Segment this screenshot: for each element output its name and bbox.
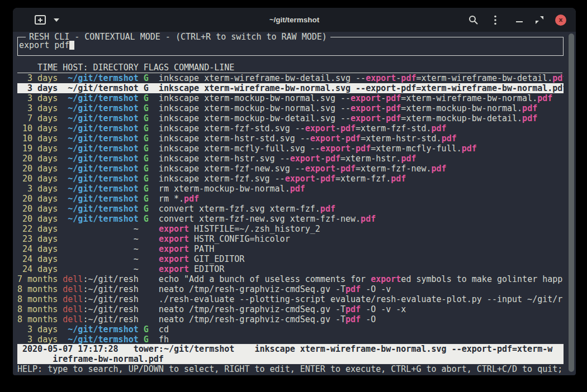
- history-row[interactable]: 19 days ~/git/termshot G inkscape xterm-…: [17, 144, 564, 154]
- search-button[interactable]: [467, 8, 479, 32]
- titlebar[interactable]: ~/git/termshot x: [13, 8, 576, 32]
- history-row[interactable]: 20 days ~/git/termshot G convert xterm-f…: [17, 204, 564, 214]
- history-row[interactable]: 3 days ~/git/termshot G inkscape xterm-m…: [17, 103, 564, 113]
- history-row[interactable]: 20 days ~/git/termshot G convert xterm-f…: [17, 214, 564, 224]
- history-row[interactable]: 3 days ~/git/termshot G rm xterm-mockup-…: [17, 184, 564, 194]
- terminal-content: RESH CLI - CONTEXTUAL MODE - (CTRL+R to …: [13, 32, 576, 375]
- menu-button[interactable]: [490, 8, 500, 32]
- history-row[interactable]: 20 days ~/git/termshot G inkscape xterm-…: [17, 174, 564, 184]
- terminal-window: ~/git/termshot x: [13, 8, 576, 375]
- close-icon: x: [555, 15, 566, 26]
- scrollbar-thumb[interactable]: [569, 34, 574, 372]
- history-row[interactable]: 3 days ~/git/termshot G cd: [17, 324, 564, 334]
- history-row[interactable]: 24 days ~ export GIT_EDITOR: [17, 254, 564, 264]
- history-row[interactable]: 3 days ~/git/termshot G fh: [17, 334, 564, 345]
- table-header-row: TIME HOST: DIRECTORY FLAGS COMMAND-LINE: [17, 63, 562, 73]
- status-line-1: 2020-05-07 17:17:28 tower:~/git/termshot…: [17, 344, 564, 354]
- history-row[interactable]: 20 days ~/git/termshot G inkscape xterm-…: [17, 164, 564, 174]
- history-row[interactable]: 3 days ~/git/termshot G inkscape xterm-w…: [17, 73, 564, 83]
- history-row[interactable]: 20 days ~/git/termshot G rm *.pdf: [17, 194, 564, 204]
- search-panel: RESH CLI - CONTEXTUAL MODE - (CTRL+R to …: [17, 37, 564, 56]
- kebab-menu-icon: [494, 15, 496, 25]
- history-row[interactable]: 8 months dell:~/git/resh neato /tmp/resh…: [17, 314, 564, 324]
- history-row[interactable]: 24 days ~ export EDITOR: [17, 264, 564, 274]
- history-row[interactable]: 7 months dell:~/git/resh echo "Add a bun…: [17, 274, 564, 284]
- history-row[interactable]: 22 days ~ export HISTFILE=~/.zsh_history…: [17, 224, 564, 234]
- help-bar: HELP: type to search, UP/DOWN to select,…: [17, 364, 562, 374]
- history-list: 3 days ~/git/termshot G inkscape xterm-w…: [17, 73, 564, 345]
- history-row[interactable]: 10 days ~/git/termshot G inkscape xterm-…: [17, 133, 564, 144]
- status-bar: 2020-05-07 17:17:28 tower:~/git/termshot…: [17, 344, 564, 364]
- text-cursor: [69, 41, 74, 50]
- history-row[interactable]: 8 months dell:~/git/resh ./resh-evaluate…: [17, 294, 564, 304]
- history-row[interactable]: 3 days ~/git/termshot G inkscape xterm-m…: [17, 93, 564, 103]
- history-row[interactable]: 20 days ~/git/termshot G inkscape xterm-…: [17, 154, 564, 164]
- restore-icon: [536, 16, 543, 24]
- status-line-2: ireframe-bw-normal.pdf: [17, 354, 564, 364]
- minimize-button[interactable]: [514, 8, 525, 32]
- history-row[interactable]: 10 days ~/git/termshot G inkscape xterm-…: [17, 123, 564, 133]
- history-row[interactable]: 8 months dell:~/git/resh neato /tmp/resh…: [17, 284, 564, 294]
- history-row[interactable]: 3 days ~/git/termshot G inkscape xterm-w…: [17, 83, 564, 93]
- history-row[interactable]: 24 days ~ export PATH: [17, 244, 564, 254]
- history-row[interactable]: 23 days ~ export HSTR_CONFIG=hicolor: [17, 234, 564, 244]
- history-row[interactable]: 7 days ~/git/termshot G inkscape xterm-m…: [17, 113, 564, 123]
- history-row[interactable]: 8 months dell:~/git/resh neato /tmp/resh…: [17, 304, 564, 314]
- close-button[interactable]: x: [553, 8, 568, 32]
- search-icon: [468, 15, 478, 25]
- minimize-icon: [516, 21, 523, 22]
- restore-button[interactable]: [534, 8, 545, 32]
- search-input[interactable]: export pdf: [19, 40, 74, 50]
